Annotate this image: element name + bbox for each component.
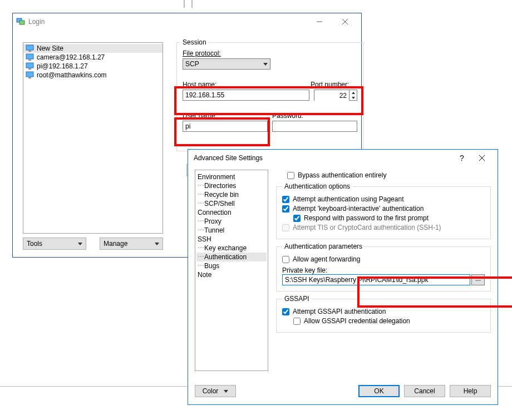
tree-keyexchange[interactable]: Key exchange bbox=[196, 244, 267, 253]
site-item[interactable]: camera@192.168.1.27 bbox=[23, 53, 163, 62]
minimize-button[interactable] bbox=[307, 14, 332, 29]
respond-checkbox[interactable]: Respond with password to the first promp… bbox=[293, 214, 485, 222]
auth-options-group: Authentication options Attempt authentic… bbox=[276, 182, 491, 239]
svg-rect-10 bbox=[28, 68, 31, 70]
site-item-label: camera@192.168.1.27 bbox=[37, 53, 105, 61]
tree-bugs[interactable]: Bugs bbox=[196, 261, 267, 270]
svg-rect-7 bbox=[26, 54, 33, 59]
svg-rect-11 bbox=[26, 72, 33, 77]
auth-params-legend: Authentication parameters bbox=[282, 243, 365, 250]
svg-rect-9 bbox=[26, 63, 33, 68]
svg-rect-1 bbox=[19, 21, 24, 24]
site-item[interactable]: pi@192.168.1.27 bbox=[23, 62, 163, 71]
agent-fwd-checkbox[interactable]: Allow agent forwarding bbox=[282, 255, 485, 263]
tree-connection[interactable]: Connection bbox=[196, 208, 267, 217]
pk-label: Private key file: bbox=[282, 266, 485, 274]
site-item-label: pi@192.168.1.27 bbox=[37, 62, 88, 70]
cancel-button[interactable]: Cancel bbox=[404, 385, 445, 397]
tree-recycle[interactable]: Recycle bin bbox=[196, 190, 267, 199]
chevron-down-icon bbox=[224, 390, 228, 393]
file-protocol-label: File protocol: bbox=[183, 50, 357, 57]
tree-tunnel[interactable]: Tunnel bbox=[196, 226, 267, 235]
gssapi-legend: GSSAPI bbox=[282, 295, 312, 303]
tools-button[interactable]: Tools bbox=[23, 238, 86, 250]
session-legend: Session bbox=[180, 38, 209, 46]
tis-checkbox: Attempt TIS or CryptoCard authentication… bbox=[282, 224, 485, 231]
app-icon bbox=[16, 17, 25, 26]
gssapi-deleg-checkbox[interactable]: Allow GSSAPI credential delegation bbox=[293, 317, 485, 325]
ok-button[interactable]: OK bbox=[358, 385, 400, 397]
svg-rect-5 bbox=[26, 45, 33, 50]
gssapi-attempt-checkbox[interactable]: Attempt GSSAPI authentication bbox=[282, 308, 485, 315]
manage-button[interactable]: Manage bbox=[100, 238, 163, 250]
highlight-host-port bbox=[174, 86, 363, 115]
chevron-down-icon bbox=[263, 63, 268, 66]
pageant-checkbox[interactable]: Attempt authentication using Pageant bbox=[282, 195, 485, 203]
color-button[interactable]: Color bbox=[195, 385, 236, 397]
site-item-label: New Site bbox=[37, 45, 63, 52]
highlight-private-key bbox=[357, 276, 512, 308]
help-icon[interactable]: ? bbox=[452, 154, 472, 162]
kbi-checkbox[interactable]: Attempt 'keyboard-interactive' authentic… bbox=[282, 205, 485, 213]
login-title: Login bbox=[28, 18, 307, 26]
tree-authentication[interactable]: Authentication bbox=[196, 253, 267, 261]
chevron-down-icon bbox=[155, 243, 159, 245]
tree-note[interactable]: Note bbox=[196, 270, 267, 279]
close-button[interactable] bbox=[332, 14, 358, 29]
tree-scpshell[interactable]: SCP/Shell bbox=[196, 199, 267, 208]
highlight-username bbox=[174, 117, 270, 146]
login-titlebar: Login bbox=[13, 13, 361, 30]
chevron-down-icon bbox=[78, 243, 82, 245]
settings-tree[interactable]: Environment Directories Recycle bin SCP/… bbox=[195, 170, 268, 371]
site-item-label: root@matthawkins.com bbox=[37, 71, 107, 79]
bypass-checkbox[interactable]: Bypass authentication entirely bbox=[287, 171, 491, 179]
site-item[interactable]: root@matthawkins.com bbox=[23, 71, 163, 80]
auth-options-legend: Authentication options bbox=[282, 182, 352, 190]
close-button[interactable] bbox=[472, 155, 492, 161]
tree-directories[interactable]: Directories bbox=[196, 181, 267, 190]
svg-rect-8 bbox=[28, 60, 31, 61]
tree-ssh[interactable]: SSH bbox=[196, 235, 267, 244]
tree-proxy[interactable]: Proxy bbox=[196, 217, 267, 226]
site-list[interactable]: New Site camera@192.168.1.27 pi@192.168.… bbox=[23, 42, 163, 234]
svg-rect-12 bbox=[28, 77, 31, 78]
advanced-titlebar: Advanced Site Settings ? bbox=[188, 150, 498, 166]
advanced-settings-window: Advanced Site Settings ? Environment Dir… bbox=[188, 149, 498, 405]
advanced-title: Advanced Site Settings bbox=[194, 154, 452, 162]
tree-environment[interactable]: Environment bbox=[196, 172, 267, 181]
file-protocol-select[interactable]: SCP bbox=[183, 58, 270, 70]
svg-rect-6 bbox=[28, 51, 31, 52]
password-input[interactable] bbox=[272, 121, 357, 132]
help-button[interactable]: Help bbox=[450, 385, 491, 397]
site-item-new[interactable]: New Site bbox=[23, 44, 163, 53]
